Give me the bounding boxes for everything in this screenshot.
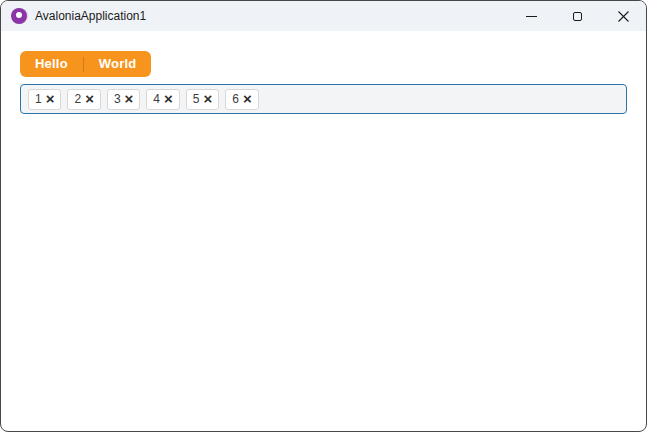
chip-remove-icon[interactable]: × [85, 91, 94, 106]
chip-label: 2 [74, 93, 81, 105]
chip-4[interactable]: 4 × [146, 89, 179, 110]
chip-5[interactable]: 5 × [186, 89, 219, 110]
tags-input[interactable]: 1 × 2 × 3 × 4 × 5 × 6 × [20, 84, 627, 114]
tab-hello[interactable]: Hello [20, 51, 83, 77]
chip-6[interactable]: 6 × [225, 89, 258, 110]
close-button[interactable] [600, 1, 646, 31]
chip-label: 1 [35, 93, 42, 105]
maximize-icon [573, 12, 582, 21]
close-icon [618, 11, 629, 22]
minimize-icon [526, 16, 537, 17]
title-bar[interactable]: AvaloniaApplication1 [1, 1, 646, 31]
chip-label: 3 [114, 93, 121, 105]
chip-remove-icon[interactable]: × [243, 91, 252, 106]
window-title: AvaloniaApplication1 [35, 9, 508, 23]
chip-remove-icon[interactable]: × [204, 91, 213, 106]
app-window: AvaloniaApplication1 Hello World [0, 0, 647, 432]
minimize-button[interactable] [508, 1, 554, 31]
chip-remove-icon[interactable]: × [46, 91, 55, 106]
tab-strip: Hello World [20, 51, 151, 77]
chip-remove-icon[interactable]: × [164, 91, 173, 106]
chip-label: 5 [193, 93, 200, 105]
chip-label: 4 [153, 93, 160, 105]
chip-remove-icon[interactable]: × [125, 91, 134, 106]
maximize-button[interactable] [554, 1, 600, 31]
chip-1[interactable]: 1 × [28, 89, 61, 110]
avalonia-logo-icon [11, 8, 27, 24]
tab-world[interactable]: World [84, 51, 152, 77]
chip-label: 6 [232, 93, 239, 105]
caption-buttons [508, 1, 646, 31]
content-area: Hello World 1 × 2 × 3 × 4 × 5 × [1, 31, 646, 114]
chip-2[interactable]: 2 × [67, 89, 100, 110]
chip-3[interactable]: 3 × [107, 89, 140, 110]
